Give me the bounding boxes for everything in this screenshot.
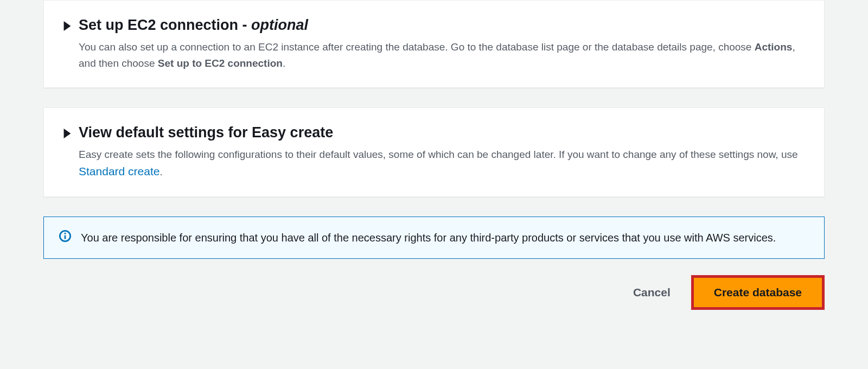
ec2-title-main: Set up EC2 connection - bbox=[79, 17, 251, 33]
expand-caret-icon[interactable] bbox=[63, 129, 71, 141]
cancel-button[interactable]: Cancel bbox=[628, 278, 676, 307]
defaults-panel-description: Easy create sets the following configura… bbox=[79, 147, 805, 180]
svg-marker-0 bbox=[64, 21, 71, 31]
ec2-panel-title: Set up EC2 connection - optional bbox=[79, 16, 308, 35]
responsibility-info-box: You are responsible for ensuring that yo… bbox=[43, 217, 825, 259]
expand-caret-icon[interactable] bbox=[63, 21, 71, 33]
default-settings-panel: View default settings for Easy create Ea… bbox=[43, 107, 825, 197]
info-icon bbox=[59, 230, 71, 244]
ec2-connection-panel: Set up EC2 connection - optional You can… bbox=[43, 0, 825, 88]
ec2-panel-description: You can also set up a connection to an E… bbox=[79, 39, 805, 71]
svg-marker-1 bbox=[64, 129, 71, 138]
create-button-highlight: Create database bbox=[691, 275, 825, 310]
action-button-row: Cancel Create database bbox=[43, 275, 825, 310]
info-text: You are responsible for ensuring that yo… bbox=[81, 229, 776, 246]
create-database-button[interactable]: Create database bbox=[694, 278, 822, 307]
svg-rect-3 bbox=[65, 236, 66, 239]
svg-rect-4 bbox=[65, 233, 66, 234]
defaults-panel-title: View default settings for Easy create bbox=[79, 123, 333, 142]
standard-create-link[interactable]: Standard create bbox=[79, 165, 159, 177]
ec2-title-optional: optional bbox=[251, 17, 308, 33]
